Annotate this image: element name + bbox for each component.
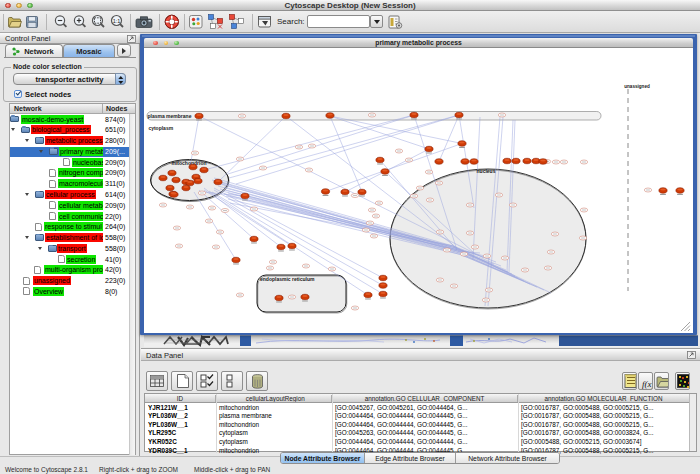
svg-text:nucleus: nucleus	[477, 168, 496, 174]
svg-text:mitochondrion: mitochondrion	[172, 160, 207, 166]
svg-text:unassigned: unassigned	[624, 84, 650, 89]
svg-text:1:1: 1:1	[112, 18, 120, 24]
svg-text:plasma membrane: plasma membrane	[148, 113, 192, 119]
svg-text:endoplasmic reticulum: endoplasmic reticulum	[260, 276, 315, 282]
svg-text:cytoplasm: cytoplasm	[148, 125, 173, 131]
